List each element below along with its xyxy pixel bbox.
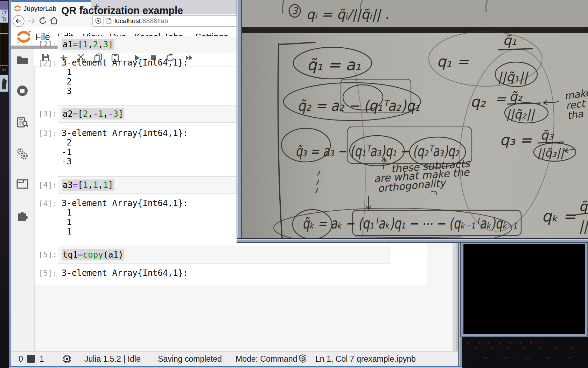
handwriting-text: q̃₁: [503, 33, 517, 48]
handwriting-text: ||: [579, 218, 588, 234]
handwriting-text: q₁ =: [437, 53, 469, 70]
kernels-count[interactable]: 1: [40, 354, 44, 364]
kernel-icon[interactable]: [62, 354, 71, 363]
output-prompt: [4]:: [9, 199, 57, 208]
terminals-count[interactable]: 0: [19, 354, 23, 364]
mini-window-dark[interactable]: [0, 22, 8, 34]
cell-output: 3-element Array{Int64,1}: 1 1 1: [62, 199, 188, 237]
handwriting-text: q₃ =: [500, 131, 532, 149]
cell-output: 3-element Array{Int64,1}:: [62, 268, 188, 278]
reload-icon[interactable]: [38, 16, 47, 25]
photo-window-frame-left[interactable]: [237, 0, 242, 243]
handwriting-text: q̃₃ = a₃ − (q₁ᵀa₃)q₁ − (q₂ᵀa₃)q₂: [295, 143, 460, 160]
markdown-title[interactable]: QR factorization example: [61, 5, 183, 16]
handwriting-text: q̃₃: [540, 128, 554, 142]
handwriting-text: =: [495, 91, 506, 107]
handwriting-text: tha: [566, 108, 584, 122]
handwriting-text: ||q̃₂||: [506, 107, 536, 122]
input-prompt: [5]:: [9, 250, 57, 259]
home-icon[interactable]: [49, 16, 58, 25]
handwritten-notes-photo: 3qᵢ = q̃ᵢ/||q̃ᵢ|| .q̃₁ = a₁q̃₂ = a₂ − (q…: [242, 0, 588, 238]
desktop-speckles: [464, 338, 588, 368]
input-prompt: [3]:: [9, 109, 57, 118]
mini-window-badge[interactable]: v1: [0, 65, 8, 75]
code-cell-input[interactable]: tq1=copy(a1): [58, 246, 390, 264]
filename: qrexample.ipynb: [357, 354, 416, 364]
handwriting-text: qᵢ = q̃ᵢ/||q̃ᵢ|| .: [306, 7, 389, 22]
handwriting-text: ||q̃₃||: [537, 146, 565, 159]
photo-window-frame-bottom[interactable]: [237, 238, 588, 243]
black-terminal-window[interactable]: [460, 240, 588, 337]
input-prompt: [4]:: [9, 180, 57, 189]
mini-window-titlebar[interactable]: [0, 1, 8, 10]
extensions-icon[interactable]: [16, 209, 29, 222]
urlbar-divider: [103, 17, 104, 25]
terminal-icon[interactable]: $_: [27, 354, 35, 363]
trust-shield-icon[interactable]: [298, 354, 307, 363]
gears-icon[interactable]: [16, 147, 29, 161]
image-viewer-window[interactable]: 3qᵢ = q̃ᵢ/||q̃ᵢ|| .q̃₁ = a₁q̃₂ = a₂ − (q…: [237, 0, 588, 243]
output-prompt: [2]:: [9, 59, 57, 67]
boot-icon: [2, 78, 7, 89]
shield-icon[interactable]: [95, 18, 102, 25]
handwriting-text: q̃₂: [509, 89, 523, 104]
running-icon[interactable]: [16, 84, 29, 97]
handwriting-text: 3: [292, 6, 299, 16]
statusbar: 0 $_ 1 Julia 1.5.2 | Idle Saving complet…: [11, 351, 458, 366]
saving-status: Saving completed: [158, 354, 222, 364]
handwriting-text: q̃ₖ = aₖ − (q₁ᵀaₖ)q₁ − ⋯ − (qₖ₋₁ᵀaₖ)qₖ₋₁: [302, 215, 517, 232]
tab-title: JupyterLab: [23, 5, 56, 13]
mini-window-icon[interactable]: [0, 75, 8, 92]
cell-output: 3-element Array{Int64,1}: 1 2 3: [62, 58, 188, 96]
output-prompt: [5]:: [9, 269, 57, 278]
output-prompt: [3]:: [9, 129, 57, 138]
handwriting-text: q₂: [470, 93, 486, 110]
page-icon[interactable]: [105, 18, 112, 25]
svg-text:$_: $_: [28, 356, 33, 361]
handwriting-text: q̃: [579, 199, 588, 214]
mode-indicator[interactable]: Mode: Command: [236, 354, 297, 364]
handwriting-text: q̃₁ = a₁: [307, 56, 361, 74]
handwriting-text: q̃₂ = a₂ − (q₁ᵀa₂)q₁: [298, 97, 420, 114]
cursor-position[interactable]: Ln 1, Col 7: [315, 354, 354, 364]
handwriting-text: ||q̃₁||: [498, 70, 529, 84]
mini-window-label[interactable]: Jup erL - Moz la: [0, 10, 8, 22]
mini-window-dots[interactable]: ·:· ··: [0, 34, 8, 65]
cell-output: 3-element Array{Int64,1}: 2 -1 -3: [62, 129, 188, 166]
url-text[interactable]: localhost:8888/lab: [114, 17, 168, 25]
jupyter-favicon-icon: [14, 5, 21, 12]
browser-frame-bottom: [9, 366, 462, 368]
input-prompt: [2]:: [9, 40, 57, 49]
black-window-content: [463, 244, 585, 334]
back-icon[interactable]: [12, 14, 25, 28]
forward-icon[interactable]: [27, 16, 36, 26]
kernel-status[interactable]: Julia 1.5.2 | Idle: [84, 354, 141, 364]
handwriting-text: qₖ =: [542, 207, 576, 225]
